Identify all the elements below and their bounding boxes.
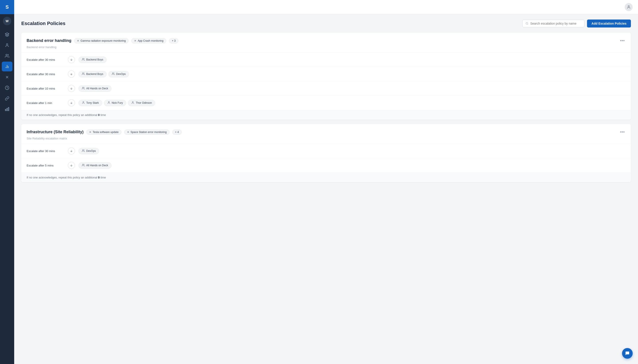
more-services-tag-1[interactable]: + 4 bbox=[172, 130, 182, 135]
assignee-icon bbox=[112, 72, 115, 76]
assignee-icon bbox=[82, 87, 85, 90]
assignee-icon bbox=[82, 164, 85, 167]
policy-name-backend-error: Backend error handling bbox=[26, 38, 72, 43]
assignee-tag-0-1-0: Backend Boys bbox=[78, 71, 107, 77]
arrow-down-icon bbox=[68, 99, 75, 106]
assignee-tag-0-0-0: Backend Boys bbox=[78, 56, 107, 63]
escalation-row-0-1: Escalate after 30 minsBackend BoysDevOps bbox=[21, 67, 631, 81]
service-tag-icon: ✕ bbox=[89, 130, 91, 134]
chat-bubble[interactable] bbox=[622, 348, 633, 359]
assignee-icon bbox=[82, 101, 85, 105]
escalate-label: Escalate after 1 min bbox=[26, 101, 64, 105]
policy-header-backend-error: Backend error handling✕Gamma radiation e… bbox=[21, 33, 631, 44]
assignee-icon bbox=[82, 72, 85, 76]
workspace-avatar[interactable]: W bbox=[3, 17, 11, 25]
assignee-icon bbox=[107, 101, 110, 105]
arrow-down-icon bbox=[68, 162, 75, 169]
arrow-wrapper bbox=[68, 148, 75, 154]
sidebar-item-integrations[interactable] bbox=[2, 72, 12, 82]
svg-point-1 bbox=[6, 44, 8, 45]
sidebar-item-link[interactable] bbox=[2, 94, 12, 103]
escalation-row-0-3: Escalate after 1 minTony StarkNick FuryT… bbox=[21, 96, 631, 110]
service-tag-icon: ✕ bbox=[134, 39, 136, 42]
svg-marker-0 bbox=[5, 33, 9, 34]
svg-point-12 bbox=[628, 6, 629, 7]
content-area: Escalation Policies Add Escalation Polic… bbox=[14, 14, 638, 364]
arrow-down-icon bbox=[68, 56, 75, 63]
arrow-wrapper bbox=[68, 99, 75, 106]
escalate-label: Escalate after 30 mins bbox=[26, 58, 64, 62]
repeat-policy-footer-backend-error: If no one acknowledges, repeat this poli… bbox=[21, 110, 631, 120]
policy-name-infrastructure: Infrastructure (Site Reliability) bbox=[26, 130, 84, 134]
more-services-tag-0[interactable]: + 3 bbox=[169, 38, 178, 44]
assignee-tag-0-2-0: All Hands on Deck bbox=[78, 85, 112, 92]
policy-card-backend-error: Backend error handling✕Gamma radiation e… bbox=[21, 33, 631, 120]
assignee-icon bbox=[82, 58, 85, 62]
assignee-tag-0-1-1: DevOps bbox=[108, 71, 129, 77]
svg-point-23 bbox=[83, 101, 84, 102]
assignee-tag-1-1-0: All Hands on Deck bbox=[78, 162, 112, 169]
assignee-tag-1-0-0: DevOps bbox=[78, 148, 99, 154]
arrow-wrapper bbox=[68, 162, 75, 169]
search-input[interactable] bbox=[530, 22, 581, 25]
service-tag-0-0[interactable]: ✕Gamma radiation exposure monitoring bbox=[74, 38, 128, 44]
service-tag-icon: ✕ bbox=[77, 39, 79, 42]
arrow-wrapper bbox=[68, 56, 75, 63]
svg-point-2 bbox=[6, 54, 7, 56]
escalation-row-1-1: Escalate after 5 minsAll Hands on Deck bbox=[21, 158, 631, 172]
svg-point-25 bbox=[132, 101, 134, 102]
svg-rect-10 bbox=[7, 108, 7, 111]
service-tag-1-1[interactable]: ✕Space Station error monitoring bbox=[124, 130, 170, 135]
policy-header-infrastructure: Infrastructure (Site Reliability)✕Tesla … bbox=[21, 124, 631, 136]
svg-point-18 bbox=[82, 72, 84, 74]
arrow-wrapper bbox=[68, 70, 75, 78]
assignee-tag-0-3-0: Tony Stark bbox=[78, 100, 102, 106]
topbar bbox=[14, 0, 638, 14]
escalate-label: Escalate after 30 mins bbox=[26, 72, 64, 76]
search-icon bbox=[526, 22, 528, 25]
escalate-label: Escalate after 30 mins bbox=[26, 150, 64, 153]
policy-more-menu-backend-error[interactable]: ••• bbox=[619, 37, 626, 44]
svg-point-13 bbox=[526, 22, 528, 24]
sidebar-logo[interactable]: S bbox=[0, 0, 14, 14]
arrow-down-icon bbox=[68, 148, 75, 154]
svg-point-29 bbox=[82, 164, 84, 165]
arrow-down-icon bbox=[68, 85, 75, 92]
assignee-icon bbox=[82, 149, 85, 153]
sidebar-item-user[interactable] bbox=[2, 40, 12, 50]
assignee-tag-0-3-1: Nick Fury bbox=[104, 100, 126, 106]
page-title: Escalation Policies bbox=[21, 20, 66, 26]
repeat-policy-footer-infrastructure: If no one acknowledges, repeat this poli… bbox=[21, 172, 631, 182]
page-header: Escalation Policies Add Escalation Polic… bbox=[21, 20, 631, 28]
sidebar-item-layers[interactable] bbox=[2, 30, 12, 40]
escalation-row-0-0: Escalate after 30 minsBackend Boys bbox=[21, 52, 631, 67]
policy-description-infrastructure: Site Reliability escalation matrix bbox=[21, 136, 631, 144]
page-header-actions: Add Escalation Policies bbox=[522, 20, 631, 28]
sidebar-item-clock[interactable] bbox=[2, 83, 12, 93]
policies-container: Backend error handling✕Gamma radiation e… bbox=[21, 33, 631, 182]
user-avatar-icon[interactable] bbox=[625, 3, 633, 11]
svg-rect-9 bbox=[8, 108, 9, 111]
svg-point-24 bbox=[108, 101, 109, 102]
search-box[interactable] bbox=[522, 20, 584, 27]
add-escalation-button[interactable]: Add Escalation Policies bbox=[587, 20, 631, 28]
escalation-row-1-0: Escalate after 30 minsDevOps bbox=[21, 144, 631, 158]
sidebar-item-team[interactable] bbox=[2, 51, 12, 61]
svg-line-14 bbox=[528, 24, 528, 24]
policy-description-backend-error: Backend error handling bbox=[21, 44, 631, 52]
sidebar-item-bar-chart[interactable] bbox=[2, 104, 12, 114]
escalate-label: Escalate after 10 mins bbox=[26, 87, 64, 90]
service-tag-1-0[interactable]: ✕Tesla software update bbox=[86, 130, 122, 135]
arrow-down-icon bbox=[68, 70, 75, 78]
svg-rect-11 bbox=[5, 109, 6, 111]
sidebar-nav bbox=[0, 28, 14, 364]
svg-point-21 bbox=[82, 87, 84, 88]
svg-point-16 bbox=[82, 58, 84, 59]
policy-more-menu-infrastructure[interactable]: ••• bbox=[619, 128, 626, 136]
escalate-label: Escalate after 5 mins bbox=[26, 164, 64, 167]
sidebar-item-chart[interactable] bbox=[2, 62, 12, 72]
assignee-tag-0-3-2: Thor Odinson bbox=[128, 100, 155, 106]
service-tag-0-1[interactable]: ✕App Crash monitoring bbox=[131, 38, 166, 44]
svg-point-19 bbox=[112, 72, 114, 74]
policy-card-infrastructure: Infrastructure (Site Reliability)✕Tesla … bbox=[21, 124, 631, 182]
